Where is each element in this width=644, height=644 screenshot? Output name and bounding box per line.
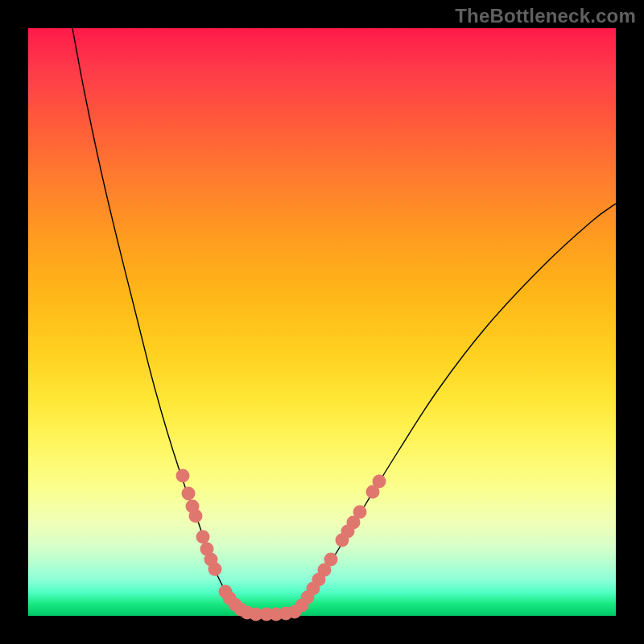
highlight-dot bbox=[324, 553, 338, 567]
highlight-dot bbox=[182, 487, 196, 501]
watermark-text: TheBottleneck.com bbox=[455, 5, 636, 27]
highlight-dot bbox=[189, 510, 203, 523]
chart-frame: TheBottleneck.com bbox=[0, 0, 644, 644]
highlight-dot bbox=[196, 530, 210, 544]
curve-svg bbox=[28, 28, 616, 616]
highlight-dots-group bbox=[176, 469, 386, 621]
plot-area bbox=[28, 28, 616, 616]
highlight-dot bbox=[176, 469, 190, 483]
highlight-dot bbox=[353, 506, 367, 519]
highlight-dot bbox=[208, 563, 222, 576]
highlight-dot bbox=[373, 475, 386, 489]
